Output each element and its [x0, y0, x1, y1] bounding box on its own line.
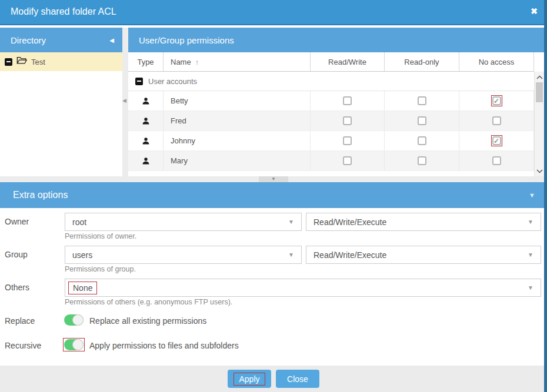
group-permission-value: Read/Write/Execute	[313, 250, 386, 260]
annotation-box	[491, 155, 502, 166]
others-select[interactable]: None ▼	[65, 279, 541, 297]
table-row: Mary	[128, 151, 534, 171]
owner-permission-select[interactable]: Read/Write/Execute ▼	[306, 213, 541, 231]
owner-label: Owner	[5, 217, 29, 226]
dropdown-caret-icon[interactable]: ▼	[528, 252, 533, 258]
read-only-checkbox[interactable]	[418, 156, 426, 165]
dialog-footer: Apply Close	[0, 366, 547, 392]
column-header-name-label: Name	[171, 58, 191, 66]
permissions-panel-header: User/Group permissions	[128, 28, 547, 52]
user-icon	[142, 117, 150, 125]
apply-button-label: Apply	[239, 374, 259, 384]
user-icon	[142, 157, 150, 165]
group-help-text: Permissions of group.	[65, 265, 136, 273]
table-scrollbar[interactable]	[534, 72, 544, 176]
collapse-panel-icon[interactable]: ◀	[109, 37, 114, 43]
row-name: Johnny	[164, 131, 311, 150]
splitter-grip[interactable]: ▼	[259, 176, 288, 182]
vertical-splitter[interactable]: ◀	[122, 28, 128, 176]
table-row: Fred	[128, 111, 534, 131]
extra-options-title: Extra options	[13, 190, 68, 200]
row-name: Betty	[164, 91, 311, 110]
no-access-checkbox[interactable]	[492, 136, 501, 145]
dropdown-caret-icon[interactable]: ▼	[288, 252, 294, 258]
sort-asc-icon: ↑	[195, 58, 199, 66]
read-write-checkbox[interactable]	[343, 96, 352, 105]
group-select[interactable]: users ▼	[65, 246, 302, 264]
directory-tree: Test	[0, 52, 122, 176]
collapse-down-icon: ▼	[271, 177, 276, 182]
column-header-type[interactable]: Type	[128, 52, 164, 71]
owner-select-value: root	[72, 217, 86, 227]
group-row-user-accounts[interactable]: User accounts	[128, 72, 534, 91]
annotation-box	[491, 95, 502, 106]
annotation-box: Apply	[234, 373, 265, 386]
row-name: Fred	[164, 111, 311, 130]
scrollbar-thumb[interactable]	[536, 82, 543, 102]
horizontal-splitter[interactable]: ▼	[0, 176, 547, 182]
no-access-checkbox[interactable]	[492, 96, 501, 105]
annotation-box	[63, 313, 85, 327]
splitter-collapse-left-icon[interactable]: ◀	[122, 98, 126, 103]
scroll-up-icon[interactable]	[535, 73, 544, 81]
column-header-read-only[interactable]: Read-only	[385, 52, 459, 71]
dialog-title: Modify shared folder ACL	[11, 6, 116, 17]
table-row: Johnny	[128, 131, 534, 151]
read-write-checkbox[interactable]	[343, 116, 352, 125]
owner-permission-value: Read/Write/Execute	[313, 217, 386, 227]
group-row-label: User accounts	[148, 77, 197, 86]
close-button[interactable]: Close	[276, 370, 319, 388]
replace-toggle[interactable]	[64, 314, 84, 326]
annotation-box	[491, 115, 502, 126]
no-access-checkbox[interactable]	[492, 116, 501, 125]
permissions-table: Type Name ↑ Read/Write Read-only No acce…	[128, 52, 534, 176]
column-header-read-write[interactable]: Read/Write	[311, 52, 385, 71]
tree-item-test[interactable]: Test	[0, 52, 122, 71]
directory-panel-title: Directory	[11, 35, 46, 45]
dropdown-caret-icon[interactable]: ▼	[528, 219, 533, 225]
recursive-label: Recursive	[5, 341, 41, 350]
replace-toggle-text: Replace all existing permissions	[89, 316, 206, 326]
open-folder-icon	[16, 56, 27, 67]
tree-item-label: Test	[31, 58, 45, 66]
read-write-checkbox[interactable]	[343, 156, 352, 165]
tree-collapse-icon[interactable]	[5, 58, 12, 66]
table-rows: Betty Fred Johnny Mary	[128, 91, 534, 171]
no-access-checkbox[interactable]	[492, 156, 501, 165]
owner-select[interactable]: root ▼	[65, 213, 302, 231]
toggle-knob	[72, 339, 84, 350]
close-button-label: Close	[287, 374, 308, 384]
recursive-toggle-text: Apply permissions to files and subfolder…	[89, 341, 239, 350]
others-select-value: None	[73, 283, 92, 293]
owner-help-text: Permissions of owner.	[65, 232, 136, 240]
scroll-down-icon[interactable]	[535, 167, 544, 175]
read-only-checkbox[interactable]	[418, 136, 426, 145]
permissions-panel-title: User/Group permissions	[139, 35, 234, 45]
dropdown-caret-icon[interactable]: ▼	[528, 284, 533, 291]
group-collapse-icon[interactable]	[135, 78, 143, 85]
column-header-no-access[interactable]: No access	[459, 52, 534, 71]
group-permission-select[interactable]: Read/Write/Execute ▼	[306, 246, 541, 264]
read-only-checkbox[interactable]	[418, 96, 426, 105]
window-edge	[544, 0, 547, 392]
modify-acl-dialog: Modify shared folder ACL ✖ Directory ◀ T…	[0, 0, 547, 392]
annotation-box	[491, 135, 502, 146]
column-header-name[interactable]: Name ↑	[164, 52, 311, 71]
close-icon[interactable]: ✖	[531, 7, 538, 15]
recursive-toggle[interactable]	[64, 339, 84, 350]
apply-button[interactable]: Apply	[228, 370, 271, 388]
others-help-text: Permissions of others (e.g. anonymous FT…	[65, 298, 232, 306]
dropdown-caret-icon[interactable]: ▼	[288, 219, 294, 225]
annotation-box: None	[68, 282, 97, 294]
others-label: Others	[5, 283, 29, 292]
group-select-value: users	[72, 250, 92, 260]
table-row: Betty	[128, 91, 534, 111]
user-icon	[142, 97, 150, 105]
collapse-section-icon[interactable]: ▼	[529, 192, 535, 199]
read-write-checkbox[interactable]	[343, 136, 352, 145]
directory-panel-header: Directory ◀	[0, 28, 122, 52]
group-label: Group	[5, 250, 28, 259]
extra-options-header[interactable]: Extra options ▼	[0, 182, 547, 208]
read-only-checkbox[interactable]	[418, 116, 426, 125]
annotation-box	[63, 338, 85, 351]
